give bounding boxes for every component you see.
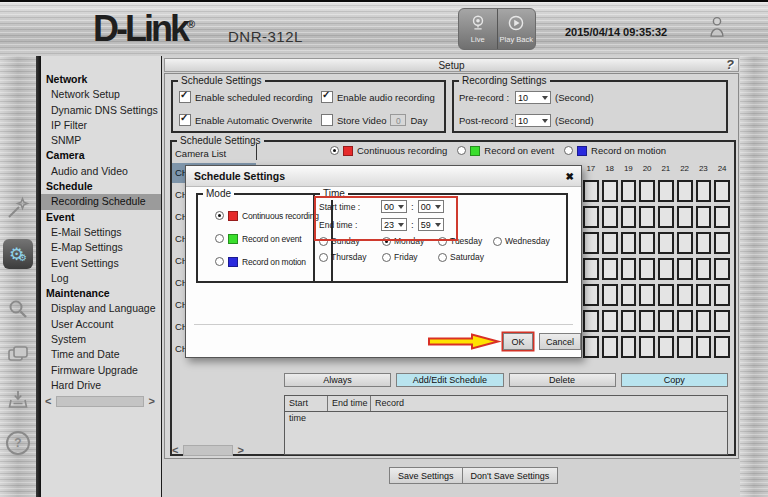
ok-button[interactable]: OK xyxy=(503,333,533,350)
grid-cell[interactable] xyxy=(639,206,655,228)
legend-mode-option[interactable]: Record on event xyxy=(457,145,554,156)
grid-cell[interactable] xyxy=(714,336,730,358)
radio-icon[interactable] xyxy=(319,253,328,262)
grid-cell[interactable] xyxy=(602,206,618,228)
sidebar-item-e-map-settings[interactable]: E-Map Settings xyxy=(41,240,161,255)
wizard-wand-icon[interactable] xyxy=(5,195,31,221)
radio-icon[interactable] xyxy=(438,253,447,262)
grid-cell[interactable] xyxy=(621,258,637,280)
scroll-thumb[interactable] xyxy=(183,445,232,456)
grid-cell[interactable] xyxy=(621,336,637,358)
scroll-left-icon[interactable]: < xyxy=(45,396,51,407)
copy-button[interactable]: Copy xyxy=(621,373,728,387)
dialog-mode-option[interactable]: Record on event xyxy=(215,234,319,244)
grid-cell[interactable] xyxy=(677,180,693,202)
grid-cell[interactable] xyxy=(696,336,712,358)
sidebar-item-event-settings[interactable]: Event Settings xyxy=(41,256,161,271)
grid-cell[interactable] xyxy=(658,206,674,228)
sidebar-item-network-setup[interactable]: Network Setup xyxy=(41,87,161,102)
store-video-days-input[interactable]: 0 xyxy=(390,114,406,126)
grid-cell[interactable] xyxy=(658,336,674,358)
grid-cell[interactable] xyxy=(621,232,637,254)
grid-cell[interactable] xyxy=(658,258,674,280)
grid-cell[interactable] xyxy=(677,284,693,306)
grid-cell[interactable] xyxy=(696,180,712,202)
legend-mode-option[interactable]: Continuous recording xyxy=(330,145,447,156)
checkbox-row[interactable]: Enable scheduled recording xyxy=(179,91,313,103)
grid-cell[interactable] xyxy=(639,310,655,332)
grid-cell[interactable] xyxy=(714,258,730,280)
sidebar-item-time-and-date[interactable]: Time and Date xyxy=(41,347,161,362)
cancel-button[interactable]: Cancel xyxy=(539,333,581,350)
setup-gear-icon-active[interactable]: ⚙ ⚙ xyxy=(3,239,33,269)
checkbox-row[interactable]: Enable audio recording xyxy=(321,91,435,103)
grid-cell[interactable] xyxy=(658,310,674,332)
day-option-thursday[interactable]: Thursday xyxy=(319,252,366,262)
legend-mode-option[interactable]: Record on motion xyxy=(564,145,666,156)
grid-cell[interactable] xyxy=(696,310,712,332)
search-icon[interactable] xyxy=(5,296,31,322)
grid-cell[interactable] xyxy=(639,336,655,358)
grid-cell[interactable] xyxy=(602,284,618,306)
dont-save-settings-button[interactable]: Don't Save Settings xyxy=(462,467,559,484)
sidebar-item-audio-and-video[interactable]: Audio and Video xyxy=(41,164,161,179)
checkbox-audio-recording[interactable] xyxy=(321,91,333,103)
grid-cell[interactable] xyxy=(583,206,599,228)
radio-icon[interactable] xyxy=(493,237,502,246)
radio-icon[interactable] xyxy=(215,211,224,220)
post-record-select[interactable]: 10 xyxy=(515,114,551,127)
grid-cell[interactable] xyxy=(658,180,674,202)
grid-cell[interactable] xyxy=(583,258,599,280)
dialog-mode-option[interactable]: Continuous recording xyxy=(215,211,319,221)
checkbox-scheduled-recording[interactable] xyxy=(179,91,191,103)
day-option-wednesday[interactable]: Wednesday xyxy=(493,236,550,246)
dialog-mode-option[interactable]: Record on motion xyxy=(215,257,319,267)
grid-cell[interactable] xyxy=(696,232,712,254)
scroll-right-icon[interactable]: > xyxy=(238,445,244,456)
display-windows-icon[interactable] xyxy=(5,341,31,367)
grid-cell[interactable] xyxy=(639,232,655,254)
grid-cell[interactable] xyxy=(714,206,730,228)
scroll-right-icon[interactable]: > xyxy=(149,396,155,407)
sidebar-item-recording-schedule[interactable]: Recording Schedule xyxy=(41,194,161,209)
radio-icon[interactable] xyxy=(215,234,224,243)
grid-cell[interactable] xyxy=(583,180,599,202)
grid-cell[interactable] xyxy=(602,310,618,332)
sidebar-item-system[interactable]: System xyxy=(41,332,161,347)
download-icon[interactable] xyxy=(5,386,31,412)
start-hour-select[interactable]: 00 xyxy=(381,200,407,213)
grid-cell[interactable] xyxy=(602,232,618,254)
grid-cell[interactable] xyxy=(677,232,693,254)
grid-cell[interactable] xyxy=(696,206,712,228)
add-edit-schedule-button[interactable]: Add/Edit Schedule xyxy=(396,373,503,387)
grid-cell[interactable] xyxy=(602,180,618,202)
grid-cell[interactable] xyxy=(583,232,599,254)
grid-cell[interactable] xyxy=(639,258,655,280)
scroll-thumb[interactable] xyxy=(56,396,143,407)
close-icon[interactable]: ✖ xyxy=(566,166,574,187)
sidebar-item-display-and-language[interactable]: Display and Language xyxy=(41,301,161,316)
grid-cell[interactable] xyxy=(677,206,693,228)
grid-cell[interactable] xyxy=(714,232,730,254)
grid-cell[interactable] xyxy=(658,232,674,254)
start-minute-select[interactable]: 00 xyxy=(418,200,444,213)
grid-cell[interactable] xyxy=(677,336,693,358)
camera-list-scrollbar[interactable]: < > xyxy=(172,445,244,456)
checkbox-row[interactable]: Store Video 0 Day xyxy=(321,114,427,126)
sidebar-item-snmp[interactable]: SNMP xyxy=(41,133,161,148)
radio-icon[interactable] xyxy=(382,253,391,262)
radio-icon[interactable] xyxy=(564,146,573,155)
sidebar-item-firmware-upgrade[interactable]: Firmware Upgrade xyxy=(41,363,161,378)
sidebar-item-e-mail-settings[interactable]: E-Mail Settings xyxy=(41,225,161,240)
sidebar-item-user-account[interactable]: User Account xyxy=(41,317,161,332)
day-option-saturday[interactable]: Saturday xyxy=(438,252,484,262)
playback-button[interactable]: Play Back xyxy=(497,9,536,49)
sidebar-scrollbar[interactable]: < > xyxy=(45,396,155,407)
checkbox-store-video[interactable] xyxy=(321,114,333,126)
help-icon[interactable]: ? xyxy=(5,430,31,456)
user-icon[interactable] xyxy=(708,15,726,45)
radio-icon[interactable] xyxy=(330,146,339,155)
sidebar-item-hard-drive[interactable]: Hard Drive xyxy=(41,378,161,393)
day-option-friday[interactable]: Friday xyxy=(382,252,418,262)
grid-cell[interactable] xyxy=(621,284,637,306)
